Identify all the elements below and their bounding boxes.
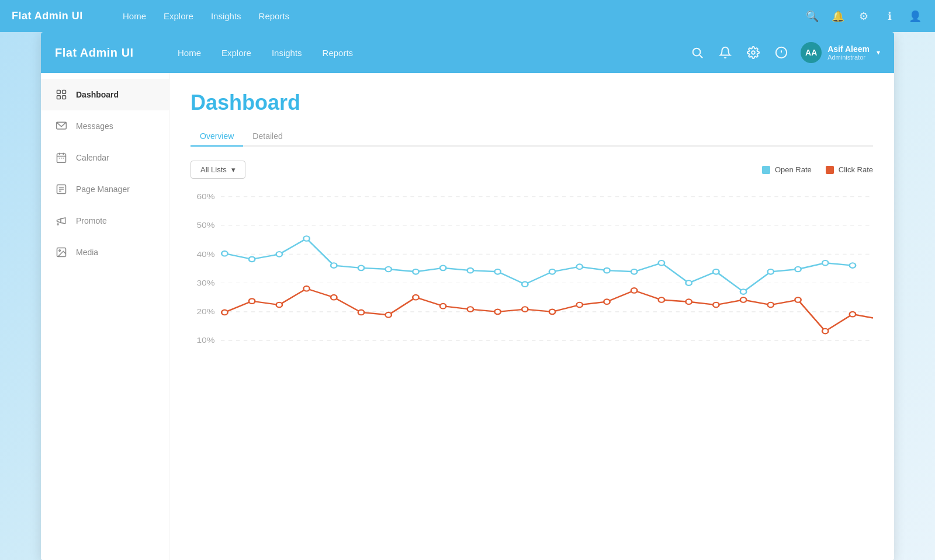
sidebar-item-page-manager[interactable]: Page Manager <box>41 173 169 205</box>
svg-line-1 <box>699 55 702 58</box>
svg-point-50 <box>549 269 555 274</box>
svg-point-42 <box>331 263 337 268</box>
svg-text:60%: 60% <box>196 192 214 200</box>
sidebar-item-dashboard[interactable]: Dashboard <box>41 79 169 110</box>
browser-right: 🔍 🔔 ⚙ ℹ 👤 <box>804 8 923 25</box>
svg-point-58 <box>768 269 774 274</box>
open-rate-label: Open Rate <box>775 165 812 174</box>
browser-nav-insights[interactable]: Insights <box>211 11 241 21</box>
svg-point-85 <box>850 312 856 317</box>
svg-point-59 <box>795 267 801 272</box>
user-role: Administrator <box>827 54 870 61</box>
svg-text:40%: 40% <box>196 250 214 258</box>
sidebar-item-media[interactable]: Media <box>41 236 169 268</box>
sidebar-calendar-label: Calendar <box>76 153 109 162</box>
svg-text:10%: 10% <box>196 336 214 345</box>
sidebar-messages-label: Messages <box>76 121 113 131</box>
browser-search-icon[interactable]: 🔍 <box>804 8 820 25</box>
chart-container: 60% 50% 40% 30% 20% 10% <box>191 190 873 366</box>
svg-point-44 <box>386 267 392 272</box>
navbar-nav: Home Explore Insights Reports <box>178 48 353 58</box>
filter-label: All Lists <box>200 165 227 174</box>
svg-point-2 <box>752 51 755 54</box>
svg-point-68 <box>386 312 392 318</box>
svg-point-61 <box>850 263 856 268</box>
browser-bar: Flat Admin UI Home Explore Insights Repo… <box>0 0 935 32</box>
svg-point-72 <box>494 309 500 315</box>
tabs: Overview Detailed <box>191 127 873 147</box>
browser-nav-home[interactable]: Home <box>123 11 146 21</box>
click-rate-dot <box>826 166 834 174</box>
bell-icon[interactable] <box>716 44 734 61</box>
browser-nav-explore[interactable]: Explore <box>164 11 193 21</box>
svg-point-62 <box>221 310 227 315</box>
svg-point-39 <box>249 257 255 262</box>
svg-point-25 <box>59 250 61 252</box>
browser-info-icon[interactable]: ℹ <box>881 8 898 25</box>
nav-explore[interactable]: Explore <box>221 48 251 58</box>
chevron-down-icon: ▾ <box>877 48 880 57</box>
navbar-right: AA Asif Aleem Administrator ▾ <box>688 42 880 63</box>
avatar: AA <box>801 42 822 63</box>
legend-click-rate: Click Rate <box>826 165 873 174</box>
browser-user-icon[interactable]: 👤 <box>907 8 923 25</box>
page-manager-icon <box>55 183 68 196</box>
sidebar-promote-label: Promote <box>76 216 107 225</box>
svg-point-47 <box>468 268 473 273</box>
navbar-brand: Flat Admin UI <box>55 46 148 60</box>
sidebar-item-promote[interactable]: Promote <box>41 205 169 236</box>
svg-point-38 <box>221 251 227 256</box>
chart-legend: Open Rate Click Rate <box>762 165 873 174</box>
svg-point-73 <box>522 307 528 312</box>
svg-rect-7 <box>63 91 66 94</box>
browser-bell-icon[interactable]: 🔔 <box>830 8 846 25</box>
svg-text:50%: 50% <box>196 221 214 229</box>
svg-point-67 <box>358 310 364 315</box>
user-info: Asif Aleem Administrator <box>827 44 870 61</box>
user-area[interactable]: AA Asif Aleem Administrator ▾ <box>801 42 880 63</box>
svg-point-55 <box>685 280 691 286</box>
svg-point-83 <box>795 297 801 302</box>
nav-insights[interactable]: Insights <box>272 48 302 58</box>
nav-reports[interactable]: Reports <box>323 48 354 58</box>
svg-point-45 <box>413 269 418 274</box>
svg-point-52 <box>604 268 610 273</box>
svg-text:20%: 20% <box>196 307 214 315</box>
sidebar: Dashboard Messages <box>41 73 169 560</box>
svg-point-74 <box>549 309 555 315</box>
click-rate-line <box>224 288 873 331</box>
settings-icon[interactable] <box>744 44 762 61</box>
open-rate-dot <box>762 166 770 174</box>
all-lists-button[interactable]: All Lists ▾ <box>191 161 245 179</box>
svg-point-41 <box>303 236 309 241</box>
svg-point-43 <box>358 266 364 271</box>
svg-rect-8 <box>57 96 61 99</box>
sidebar-item-calendar[interactable]: Calendar <box>41 142 169 173</box>
nav-home[interactable]: Home <box>178 48 201 58</box>
svg-point-80 <box>713 302 719 308</box>
svg-point-65 <box>303 286 309 291</box>
browser-gear-icon[interactable]: ⚙ <box>856 8 872 25</box>
svg-point-40 <box>276 252 282 257</box>
svg-point-75 <box>577 302 583 308</box>
svg-point-56 <box>713 269 719 274</box>
tab-detailed[interactable]: Detailed <box>243 127 292 147</box>
svg-point-48 <box>494 269 500 274</box>
sidebar-item-messages[interactable]: Messages <box>41 110 169 142</box>
browser-nav-reports[interactable]: Reports <box>259 11 290 21</box>
sidebar-media-label: Media <box>76 248 98 257</box>
promote-icon <box>55 214 68 227</box>
svg-point-81 <box>740 297 746 302</box>
info-icon[interactable] <box>773 44 790 61</box>
svg-point-51 <box>577 264 583 269</box>
filter-row: All Lists ▾ Open Rate Click Rate <box>191 161 873 179</box>
svg-point-0 <box>693 48 701 56</box>
svg-point-66 <box>331 295 337 300</box>
search-icon[interactable] <box>688 44 706 61</box>
svg-point-64 <box>276 302 282 308</box>
tab-overview[interactable]: Overview <box>191 127 243 147</box>
svg-point-79 <box>685 299 691 304</box>
svg-point-71 <box>468 307 473 312</box>
sidebar-page-manager-label: Page Manager <box>76 185 130 194</box>
svg-point-77 <box>631 288 637 293</box>
